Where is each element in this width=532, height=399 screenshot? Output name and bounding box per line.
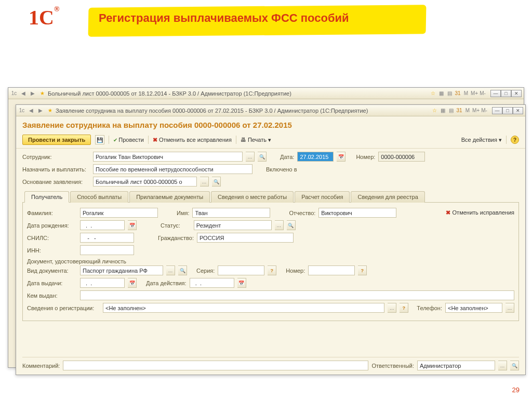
minimize-button[interactable]: — (492, 107, 502, 114)
citizenship-input[interactable] (197, 233, 294, 243)
docnum-input[interactable] (308, 265, 355, 275)
mem-m[interactable]: M (462, 90, 470, 97)
favorite-icon[interactable]: ★ (38, 90, 46, 97)
hint-icon[interactable]: ? (268, 265, 276, 275)
app-icon: 1c (10, 90, 18, 97)
logo-1c: 1С® (29, 5, 59, 30)
submit-button[interactable]: Провести (113, 137, 144, 143)
hint-icon[interactable]: ? (358, 265, 367, 275)
save-icon[interactable]: 💾 (95, 135, 104, 144)
status-input[interactable] (194, 220, 272, 230)
lookup-icon[interactable]: 🔍 (510, 361, 519, 370)
minimize-button[interactable]: — (490, 90, 501, 97)
firstname-input[interactable] (192, 208, 270, 218)
reg-info-input[interactable] (103, 303, 384, 313)
document-title: Заявление сотрудника на выплату пособия … (16, 116, 525, 132)
tab-workplace-info[interactable]: Сведения о месте работы (211, 191, 294, 203)
maximize-button[interactable]: □ (501, 90, 511, 97)
forward-icon[interactable]: ▶ (29, 90, 36, 97)
firstname-label: Имя: (177, 210, 189, 216)
dob-label: Дата рождения: (27, 222, 77, 229)
date-input[interactable] (297, 152, 334, 162)
lookup-icon[interactable]: 🔍 (178, 265, 187, 275)
app-icon: 1c (18, 107, 25, 114)
patronymic-label: Отчество: (289, 210, 315, 216)
phone-input[interactable] (445, 303, 502, 313)
back-icon[interactable]: ◀ (20, 90, 27, 97)
back-icon[interactable]: ◀ (28, 107, 35, 114)
select-icon[interactable]: … (388, 303, 396, 313)
mem-mminus[interactable]: M- (481, 107, 488, 114)
maximize-button[interactable]: □ (502, 107, 513, 114)
lookup-icon[interactable]: 🔍 (258, 152, 267, 162)
status-label: Статус: (161, 222, 180, 229)
star-icon[interactable]: ☆ (429, 90, 436, 97)
tabs: Получатель Способ выплаты Прилагаемые до… (22, 191, 519, 203)
mem-mminus[interactable]: M- (479, 90, 486, 97)
calendar-icon[interactable]: 31 (456, 107, 463, 114)
series-input[interactable] (218, 265, 264, 275)
tab-registry-info[interactable]: Сведения для реестра (351, 191, 424, 203)
select-icon[interactable]: … (275, 220, 284, 230)
dob-input[interactable] (80, 220, 125, 230)
close-button[interactable]: ✕ (511, 90, 522, 97)
calendar-icon[interactable]: 📅 (128, 278, 137, 288)
all-actions-button[interactable]: Все действия ▾ (461, 137, 502, 143)
mem-mplus[interactable]: M+ (471, 90, 478, 97)
lookup-icon[interactable]: 🔍 (287, 220, 296, 230)
phone-label: Телефон: (417, 305, 442, 311)
grid-icon[interactable]: ▦ (439, 107, 446, 114)
calendar-icon[interactable]: 31 (454, 90, 461, 97)
inn-input[interactable] (80, 245, 134, 255)
tab-content-recipient: Фамилия: Имя: Отчество: ✖ Отменить испра… (22, 203, 519, 321)
doctype-label: Вид документа: (27, 268, 77, 274)
select-icon[interactable]: … (200, 177, 209, 187)
close-button[interactable]: ✕ (513, 107, 523, 114)
issued-by-label: Кем выдан: (27, 292, 77, 299)
tab-benefit-calc[interactable]: Расчет пособия (295, 191, 350, 203)
forward-icon[interactable]: ▶ (37, 107, 44, 114)
responsible-input[interactable] (417, 361, 495, 370)
mem-m[interactable]: M (464, 107, 471, 114)
basis-input[interactable] (93, 177, 197, 187)
doctype-input[interactable] (80, 265, 163, 275)
separator (236, 136, 236, 144)
calendar-icon[interactable]: 📅 (128, 220, 137, 230)
snils-input[interactable] (80, 233, 134, 243)
footer: Комментарий: Ответственный: … 🔍 (22, 357, 519, 370)
star-icon[interactable]: ☆ (431, 107, 438, 114)
separator (148, 136, 149, 144)
number-input[interactable] (378, 152, 425, 162)
favorite-icon[interactable]: ★ (46, 107, 54, 114)
select-icon[interactable]: … (506, 303, 514, 313)
tab-payment-method[interactable]: Способ выплаты (70, 191, 128, 203)
mem-mplus[interactable]: M+ (472, 107, 480, 114)
select-icon[interactable]: … (166, 265, 175, 275)
select-icon[interactable]: … (498, 361, 507, 370)
tab-recipient[interactable]: Получатель (24, 191, 69, 203)
hint-icon[interactable]: ? (400, 303, 408, 313)
patronymic-input[interactable] (318, 208, 396, 218)
tab-attached-docs[interactable]: Прилагаемые документы (129, 191, 210, 203)
grid-icon[interactable]: ▦ (437, 90, 445, 97)
calc-icon[interactable]: ▤ (447, 107, 455, 114)
issue-date-input[interactable] (80, 278, 125, 288)
cancel-fixes-button[interactable]: ✖ Отменить исправления (446, 209, 514, 216)
assign-input[interactable] (93, 164, 252, 174)
snils-label: СНИЛС: (27, 235, 77, 241)
issued-by-input[interactable] (80, 290, 514, 300)
print-button[interactable]: 🖶 Печать ▾ (241, 137, 271, 143)
calendar-icon[interactable]: 📅 (237, 278, 246, 288)
employee-input[interactable] (93, 152, 243, 162)
submit-close-button[interactable]: Провести и закрыть (22, 135, 91, 145)
cancel-all-button[interactable]: ✖ Отменить все исправления (153, 137, 232, 143)
window-title-back: Больничный лист 0000-000005 от 18.12.201… (48, 90, 291, 97)
comment-input[interactable] (63, 361, 368, 370)
valid-date-input[interactable] (190, 278, 234, 288)
help-icon[interactable]: ? (511, 136, 519, 144)
calendar-icon[interactable]: 📅 (337, 152, 345, 162)
lastname-input[interactable] (80, 208, 158, 218)
calc-icon[interactable]: ▤ (446, 90, 453, 97)
select-icon[interactable]: … (246, 152, 255, 162)
lookup-icon[interactable]: 🔍 (212, 177, 221, 187)
